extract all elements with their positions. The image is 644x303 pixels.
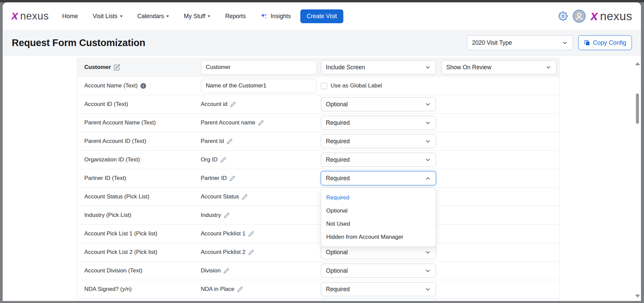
row-field-cell: Parent Id — [201, 138, 321, 145]
row-select-open[interactable]: Required — [321, 171, 436, 185]
pencil-icon[interactable] — [223, 268, 229, 274]
field-display-name: Partner ID — [201, 175, 227, 182]
copy-config-button[interactable]: Copy Config — [578, 35, 632, 50]
dropdown-option-optional[interactable]: Optional — [321, 204, 436, 217]
top-nav: x nexus HomeVisit ListsCalendarsMy Stuff… — [3, 2, 641, 30]
field-label: Partner ID (Text) — [84, 175, 126, 182]
nexus-logo-x-icon: x — [11, 9, 18, 22]
field-label: Industry (Pick List) — [84, 212, 131, 219]
nav-item-reports[interactable]: Reports — [225, 13, 246, 20]
gear-icon[interactable] — [558, 11, 568, 21]
user-avatar[interactable] — [573, 10, 586, 23]
row-select[interactable] — [321, 299, 436, 301]
field-label: NDA Signed? (y/n) — [84, 286, 132, 293]
pencil-icon[interactable] — [227, 139, 232, 144]
row-field-cell: Account Picklist 1 — [201, 230, 321, 237]
table-row: Account Pick List 1 (Pick list)Account P… — [77, 225, 559, 243]
field-display-name: Account Status — [201, 193, 239, 200]
row-select[interactable]: Required — [321, 282, 436, 296]
field-display-name: Account Picklist 2 — [201, 249, 246, 256]
nav-item-insights[interactable]: Insights — [260, 13, 291, 20]
nav-item-label: Visit Lists — [93, 13, 118, 20]
select-dropdown-menu: RequiredOptionalNot UsedHidden from Acco… — [321, 188, 436, 247]
pencil-icon[interactable] — [220, 157, 226, 163]
scrollbar-thumb[interactable] — [636, 93, 639, 124]
nav-item-my-stuff[interactable]: My Stuff — [184, 13, 210, 20]
app-window: x nexus HomeVisit ListsCalendarsMy Stuff… — [3, 2, 641, 301]
pencil-icon[interactable] — [237, 287, 243, 292]
dropdown-option-required[interactable]: Required — [321, 191, 436, 204]
table-row: Partner ID (Text)Partner IDRequiredRequi… — [77, 169, 559, 188]
nav-item-label: Home — [62, 13, 78, 20]
use-as-global-label-checkbox[interactable] — [321, 83, 327, 89]
label-text-input[interactable] — [201, 79, 317, 93]
nexus-logo-text: nexus — [20, 10, 49, 22]
copy-config-label: Copy Config — [593, 39, 626, 46]
label-text-input[interactable] — [201, 60, 317, 75]
pencil-icon[interactable] — [224, 213, 229, 218]
table-row-partial — [77, 299, 559, 301]
table-row: Account Division (Text)DivisionOptional — [77, 262, 559, 280]
select-value: Optional — [326, 249, 348, 256]
field-display-name: Parent Account name — [201, 119, 256, 126]
table-row: Account Name (Text)iUse as Global Label — [77, 77, 559, 95]
chevron-down-icon — [425, 249, 431, 256]
table-row: Parent Account ID (Text)Parent IdRequire… — [77, 132, 559, 151]
nav-item-visit-lists[interactable]: Visit Lists — [93, 13, 123, 20]
field-label: Organization ID (Text) — [84, 156, 140, 163]
pencil-icon[interactable] — [248, 231, 254, 237]
row-select[interactable]: Show On Review — [441, 60, 557, 74]
chevron-down-icon — [425, 120, 431, 126]
scroll-up-arrow-icon[interactable] — [635, 60, 640, 65]
nav-item-home[interactable]: Home — [62, 13, 78, 20]
nexus-logo[interactable]: x nexus — [11, 10, 49, 22]
table-row: Account Pick List 2 (Pick list)Account P… — [77, 243, 559, 262]
row-visibility-cell: Optional — [321, 97, 441, 111]
sparkle-icon — [260, 13, 267, 20]
field-label: Customer — [84, 64, 111, 71]
select-value: Include Screen — [326, 64, 365, 71]
vertical-scrollbar[interactable] — [635, 55, 640, 301]
field-label: Account Pick List 1 (Pick list) — [84, 230, 157, 237]
row-select[interactable]: Optional — [321, 245, 436, 259]
row-label-cell: Parent Account Name (Text) — [77, 119, 201, 126]
dropdown-option-hidden-from-account-manager[interactable]: Hidden from Account Manager — [321, 230, 436, 243]
row-field-cell: Org ID — [201, 156, 321, 163]
pencil-icon[interactable] — [229, 176, 235, 181]
row-label-cell: Account Pick List 1 (Pick list) — [77, 230, 201, 237]
row-field-cell: Partner ID — [201, 175, 321, 182]
row-label-cell: Account Division (Text) — [77, 267, 201, 274]
row-select[interactable]: Include Screen — [321, 60, 436, 74]
row-field-cell — [201, 60, 321, 75]
row-select[interactable]: Optional — [321, 264, 436, 278]
row-select[interactable]: Optional — [321, 97, 436, 111]
row-visibility-cell: Include Screen — [321, 60, 441, 74]
create-visit-button[interactable]: Create Visit — [300, 9, 343, 23]
row-label-cell: Organization ID (Text) — [77, 156, 201, 163]
select-value: Required — [326, 138, 350, 145]
table-row: Industry (Pick List)Industry — [77, 206, 559, 225]
scroll-down-arrow-icon[interactable] — [635, 295, 640, 300]
pencil-icon[interactable] — [242, 194, 248, 200]
field-display-name: Division — [201, 267, 221, 274]
field-label: Parent Account ID (Text) — [84, 138, 146, 145]
nav-item-calendars[interactable]: Calendars — [137, 13, 169, 20]
chevron-down-icon — [425, 268, 431, 274]
row-select[interactable]: Required — [321, 153, 436, 167]
edit-icon[interactable] — [114, 64, 120, 71]
field-label: Account Pick List 2 (Pick list) — [84, 249, 157, 256]
pencil-icon[interactable] — [230, 102, 236, 107]
row-label-cell: Parent Account ID (Text) — [77, 138, 201, 145]
pencil-icon[interactable] — [258, 120, 264, 126]
dropdown-option-not-used[interactable]: Not Used — [321, 217, 436, 230]
visit-type-value: 2020 Visit Type — [472, 39, 512, 46]
chevron-down-icon — [425, 64, 431, 71]
row-select[interactable]: Required — [321, 134, 436, 148]
pencil-icon[interactable] — [248, 250, 254, 255]
field-display-name: Parent Id — [201, 138, 224, 145]
row-visibility-cell: Optional — [321, 245, 441, 259]
visit-type-select[interactable]: 2020 Visit Type — [467, 35, 573, 50]
table-row: Parent Account Name (Text)Parent Account… — [77, 114, 559, 132]
row-select[interactable]: Required — [321, 116, 436, 130]
chevron-up-icon — [425, 175, 431, 182]
